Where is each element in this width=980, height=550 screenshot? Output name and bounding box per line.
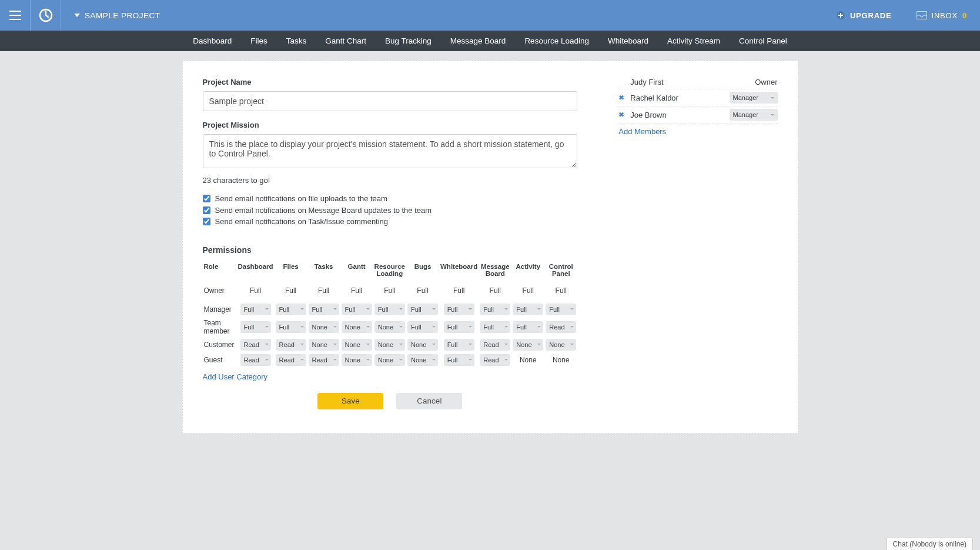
perm-select[interactable]: Full	[374, 304, 405, 315]
perm-header: Whiteboard	[439, 261, 479, 279]
notify-task-issue-checkbox[interactable]	[203, 218, 210, 225]
perm-value: None	[520, 356, 537, 364]
project-name-input[interactable]	[203, 91, 578, 111]
chevron-down-icon	[469, 344, 472, 345]
perm-select[interactable]: Full	[240, 304, 271, 315]
member-role-select[interactable]: Manager	[730, 92, 778, 104]
permissions-table: RoleDashboardFilesTasksGanttResourceLoad…	[203, 261, 578, 368]
nav-bug-tracking[interactable]: Bug Tracking	[385, 36, 432, 45]
perm-select[interactable]: None	[407, 354, 438, 366]
perm-select[interactable]: None	[546, 339, 576, 351]
save-button[interactable]: Save	[317, 393, 383, 409]
nav-tasks[interactable]: Tasks	[286, 36, 307, 45]
nav-whiteboard[interactable]: Whiteboard	[608, 36, 648, 45]
perm-select[interactable]: Full	[480, 304, 510, 315]
chevron-down-icon	[265, 359, 269, 361]
perm-select[interactable]: Read	[546, 321, 576, 333]
chevron-down-icon	[432, 308, 436, 310]
nav-activity-stream[interactable]: Activity Stream	[667, 36, 720, 45]
add-user-category-link[interactable]: Add User Category	[203, 372, 268, 381]
perm-value: Full	[453, 286, 464, 295]
permissions-heading: Permissions	[203, 245, 578, 255]
perm-select[interactable]: Full	[444, 354, 474, 366]
perm-select[interactable]: Read	[480, 354, 510, 366]
perm-select[interactable]: Read	[240, 354, 271, 366]
perm-select[interactable]: None	[309, 339, 339, 351]
perm-select[interactable]: None	[342, 321, 372, 333]
upgrade-label: UPGRADE	[850, 11, 892, 20]
project-mission-textarea[interactable]: This is the place to display your projec…	[203, 134, 578, 168]
project-name-label: Project Name	[203, 78, 578, 86]
notify-task-issue-label: Send email notifications on Task/Issue c…	[215, 216, 389, 228]
perm-select[interactable]: Full	[480, 321, 510, 333]
perm-select[interactable]: Full	[444, 304, 474, 315]
remove-member-icon[interactable]: ✖	[618, 111, 626, 119]
chevron-down-icon	[771, 97, 774, 99]
perm-select[interactable]: Full	[276, 304, 306, 315]
perm-select[interactable]: Full	[240, 321, 271, 333]
chevron-down-icon	[265, 344, 269, 345]
perm-value: Full	[351, 286, 362, 295]
perm-select[interactable]: Full	[276, 321, 306, 333]
perm-value: Full	[523, 286, 534, 295]
perm-select[interactable]: Full	[444, 321, 474, 333]
nav-control-panel[interactable]: Control Panel	[739, 36, 787, 45]
perm-select[interactable]: None	[374, 339, 405, 351]
nav-dashboard[interactable]: Dashboard	[193, 36, 232, 45]
menu-icon[interactable]	[0, 0, 31, 31]
chat-widget[interactable]: Chat (Nobody is online)	[887, 538, 973, 550]
member-role-select[interactable]: Manager	[730, 109, 778, 121]
perm-select[interactable]: None	[342, 339, 372, 351]
perm-value: Full	[250, 286, 261, 295]
chevron-down-icon	[469, 326, 472, 328]
nav-resource-loading[interactable]: Resource Loading	[524, 36, 589, 45]
perm-select[interactable]: None	[513, 339, 543, 351]
perm-select[interactable]: None	[374, 321, 405, 333]
cancel-button[interactable]: Cancel	[396, 393, 462, 409]
chevron-down-icon	[333, 359, 337, 361]
remove-member-icon[interactable]: ✖	[618, 94, 626, 102]
project-switcher[interactable]: SAMPLE PROJECT	[61, 11, 173, 20]
perm-role-label: Owner	[203, 279, 237, 302]
perm-select[interactable]: None	[374, 354, 405, 366]
inbox-button[interactable]: INBOX 0	[917, 11, 968, 20]
notify-file-uploads-checkbox[interactable]	[203, 195, 210, 202]
notify-message-board-checkbox[interactable]	[203, 206, 210, 214]
nav-message-board[interactable]: Message Board	[450, 36, 506, 45]
perm-select[interactable]: Full	[513, 321, 543, 333]
perm-select[interactable]: Read	[276, 354, 306, 366]
nav-files[interactable]: Files	[250, 36, 267, 45]
chevron-down-icon	[570, 308, 574, 310]
add-members-link[interactable]: Add Members	[618, 124, 666, 136]
chevron-down-icon	[265, 308, 269, 310]
chevron-down-icon	[366, 344, 370, 345]
perm-select[interactable]: Read	[480, 339, 510, 351]
nav-gantt-chart[interactable]: Gantt Chart	[325, 36, 366, 45]
perm-select[interactable]: Full	[546, 304, 576, 315]
perm-header: MessageBoard	[479, 261, 511, 279]
upgrade-button[interactable]: UPGRADE	[836, 11, 892, 20]
chevron-down-icon	[570, 326, 574, 328]
perm-select[interactable]: Full	[407, 321, 438, 333]
chevron-down-icon	[333, 344, 337, 345]
chevron-down-icon	[366, 308, 370, 310]
perm-role-label: Manager	[203, 302, 237, 317]
navbar: Dashboard Files Tasks Gantt Chart Bug Tr…	[0, 31, 980, 51]
member-name: Judy First	[630, 78, 755, 86]
perm-select[interactable]: None	[407, 339, 438, 351]
perm-select[interactable]: Full	[342, 304, 372, 315]
perm-select[interactable]: Full	[309, 304, 339, 315]
perm-select[interactable]: Full	[407, 304, 438, 315]
perm-select[interactable]: Full	[513, 304, 543, 315]
perm-select[interactable]: Read	[240, 339, 271, 351]
perm-header: ResourceLoading	[373, 261, 406, 279]
chevron-down-icon	[300, 344, 304, 345]
clock-logo-icon[interactable]	[31, 0, 61, 31]
chevron-down-icon	[504, 308, 508, 310]
perm-select[interactable]: None	[309, 321, 339, 333]
perm-role-label: Guest	[203, 352, 237, 368]
perm-select[interactable]: Read	[276, 339, 306, 351]
perm-select[interactable]: None	[342, 354, 372, 366]
perm-select[interactable]: Read	[309, 354, 339, 366]
perm-select[interactable]: Full	[444, 339, 474, 351]
